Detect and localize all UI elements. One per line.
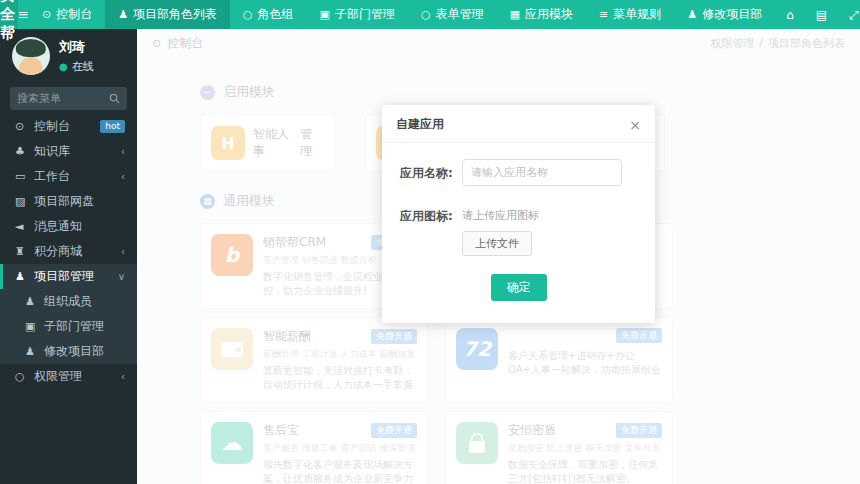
circle-icon: ○ xyxy=(421,8,431,21)
fullscreen-button[interactable]: ⤢ xyxy=(838,0,860,29)
image-icon: ▨ xyxy=(15,195,34,208)
user-icon: ♟ xyxy=(25,295,44,308)
bank-icon: ♜ xyxy=(15,245,34,258)
sidebar-user-panel: 刘琦 ● 在线 xyxy=(0,29,137,81)
app-window: 安全帮 ≡ ⊙ 控制台 ♟ 项目部角色列表 ○ 角色组 ▣ 子部门管理 ○ xyxy=(0,0,860,484)
nav-item-menu-rules[interactable]: ≡ 菜单规则 xyxy=(586,0,674,29)
navbar-right: ⌂ ▤ ⤢ 刘琦 ⚙ xyxy=(775,0,860,29)
dashboard-icon: ⊙ xyxy=(42,8,51,21)
modal-footer: 确定 xyxy=(400,272,637,301)
file-icon: ▤ xyxy=(816,8,827,22)
sidebar-item-notifications[interactable]: ◄ 消息通知 xyxy=(0,214,137,239)
app-name-input[interactable] xyxy=(462,159,622,186)
upload-file-button[interactable]: 上传文件 xyxy=(462,231,532,256)
nav-item-label: 项目部角色列表 xyxy=(133,6,217,23)
sidebar-submenu: ♟ 组织成员 ▣ 子部门管理 ♟ 修改项目部 xyxy=(0,289,137,364)
nav-item-console[interactable]: ⊙ 控制台 xyxy=(29,0,105,29)
sidebar-item-permission-management[interactable]: ○ 权限管理 ‹ xyxy=(0,364,137,389)
online-dot-icon: ● xyxy=(59,62,68,72)
chevron-left-icon: ‹ xyxy=(121,246,125,257)
app-name-row: 应用名称: xyxy=(400,159,637,186)
navbar-menu: ⊙ 控制台 ♟ 项目部角色列表 ○ 角色组 ▣ 子部门管理 ○ 表单管理 ▦ 应… xyxy=(29,0,775,29)
sidebar-search xyxy=(10,87,127,110)
nav-item-label: 应用模块 xyxy=(525,6,573,23)
briefcase-icon: ▣ xyxy=(320,8,330,21)
app-icon-label: 应用图标: xyxy=(400,202,462,256)
sidebar-item-workbench[interactable]: ▭ 工作台 ‹ xyxy=(0,164,137,189)
expand-icon: ⤢ xyxy=(849,8,859,22)
nav-item-label: 角色组 xyxy=(258,6,294,23)
nav-item-label: 控制台 xyxy=(56,6,92,23)
chevron-left-icon: ‹ xyxy=(121,371,125,382)
app-icon-row: 应用图标: 请上传应用图标 上传文件 xyxy=(400,202,637,256)
knowledge-icon: ♣ xyxy=(15,145,34,158)
sidebar-item-sub-department[interactable]: ▣ 子部门管理 xyxy=(0,314,137,339)
modal-header: 自建应用 × xyxy=(382,105,655,143)
app-name-label: 应用名称: xyxy=(400,159,462,186)
sidebar-item-console[interactable]: ⊙ 控制台 hot xyxy=(0,114,137,139)
nav-item-role-group[interactable]: ○ 角色组 xyxy=(230,0,307,29)
file-button[interactable]: ▤ xyxy=(805,0,838,29)
chevron-left-icon: ‹ xyxy=(121,171,125,182)
sidebar-item-edit-department[interactable]: ♟ 修改项目部 xyxy=(0,339,137,364)
desktop-icon: ▭ xyxy=(15,170,34,183)
sidebar-item-netdisk[interactable]: ▨ 项目部网盘 xyxy=(0,189,137,214)
modal-body: 应用名称: 应用图标: 请上传应用图标 上传文件 确定 xyxy=(382,143,655,323)
sidebar-toggle-button[interactable]: ≡ xyxy=(18,0,29,29)
user-status-label: 在线 xyxy=(72,59,94,74)
nav-item-label: 修改项目部 xyxy=(702,6,762,23)
self-built-app-modal: 自建应用 × 应用名称: 应用图标: 请上传应用图标 上传文件 确定 xyxy=(382,105,655,323)
sidebar-menu: ⊙ 控制台 hot ♣ 知识库 ‹ ▭ 工作台 ‹ ▨ 项目部网盘 ◄ 消息通知 xyxy=(0,114,137,389)
briefcase-icon: ▣ xyxy=(25,320,44,333)
nav-item-label: 子部门管理 xyxy=(335,6,395,23)
nav-item-label: 菜单规则 xyxy=(613,6,661,23)
upload-hint: 请上传应用图标 xyxy=(462,202,539,223)
sidebar-item-department-management[interactable]: ♟ 项目部管理 ∨ xyxy=(0,264,137,289)
search-button[interactable] xyxy=(109,93,120,104)
circle-icon: ○ xyxy=(243,8,253,21)
nav-item-app-modules[interactable]: ▦ 应用模块 xyxy=(497,0,586,29)
nav-item-edit-department[interactable]: ♟ 修改项目部 xyxy=(674,0,775,29)
home-icon: ⌂ xyxy=(786,8,794,22)
grid-icon: ▦ xyxy=(510,8,520,21)
modal-title: 自建应用 xyxy=(396,116,444,133)
sidebar-item-org-members[interactable]: ♟ 组织成员 xyxy=(0,289,137,314)
users-icon: ♟ xyxy=(15,270,34,283)
home-button[interactable]: ⌂ xyxy=(775,0,805,29)
app-logo: 安全帮 xyxy=(0,0,18,29)
search-icon xyxy=(109,93,120,104)
user-name: 刘琦 xyxy=(59,38,94,56)
nav-item-label: 表单管理 xyxy=(436,6,484,23)
chevron-down-icon: ∨ xyxy=(118,271,125,282)
top-navbar: 安全帮 ≡ ⊙ 控制台 ♟ 项目部角色列表 ○ 角色组 ▣ 子部门管理 ○ xyxy=(0,0,860,29)
search-input[interactable] xyxy=(17,92,109,105)
speaker-icon: ◄ xyxy=(15,220,34,233)
sidebar: 刘琦 ● 在线 ⊙ 控制台 hot ♣ 知识库 ‹ xyxy=(0,29,137,484)
user-status: ● 在线 xyxy=(59,59,94,74)
users-icon: ♟ xyxy=(118,8,128,21)
hot-badge: hot xyxy=(100,120,125,134)
nav-item-form-management[interactable]: ○ 表单管理 xyxy=(408,0,497,29)
close-icon[interactable]: × xyxy=(629,118,641,132)
list-icon: ≡ xyxy=(599,8,608,21)
hamburger-icon: ≡ xyxy=(18,7,29,22)
user-icon: ♟ xyxy=(687,8,697,21)
sidebar-item-knowledge-base[interactable]: ♣ 知识库 ‹ xyxy=(0,139,137,164)
sidebar-item-points-mall[interactable]: ♜ 积分商城 ‹ xyxy=(0,239,137,264)
dashboard-icon: ⊙ xyxy=(15,120,34,133)
confirm-button[interactable]: 确定 xyxy=(491,274,547,301)
main-content: ⊙ 控制台 权限管理 / 项目部角色列表 − 启用模块 H 智能人事 管理 xyxy=(137,29,860,484)
nav-item-role-list[interactable]: ♟ 项目部角色列表 xyxy=(105,0,230,29)
circle-icon: ○ xyxy=(15,370,34,383)
user-icon: ♟ xyxy=(25,345,44,358)
chevron-left-icon: ‹ xyxy=(121,146,125,157)
nav-item-sub-department[interactable]: ▣ 子部门管理 xyxy=(307,0,408,29)
